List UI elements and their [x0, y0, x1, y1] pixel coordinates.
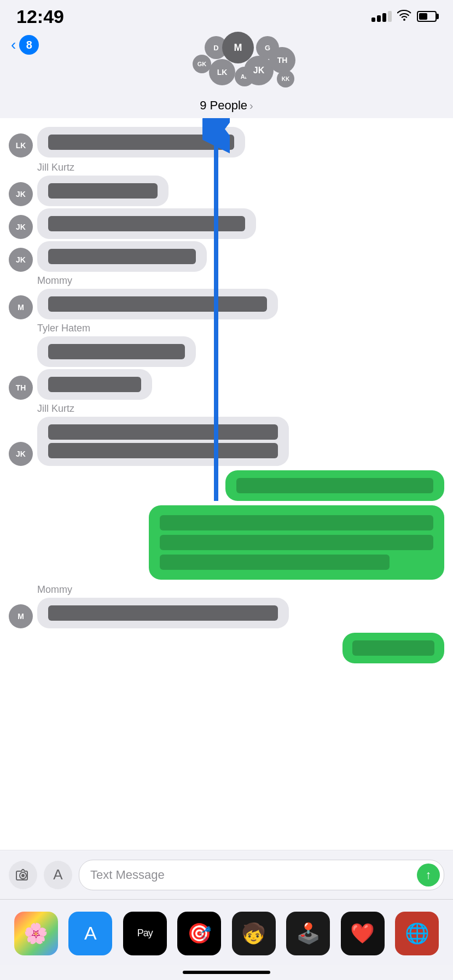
sender-label: Mommy — [37, 275, 444, 287]
bubble — [37, 241, 207, 272]
dock-memoji[interactable]: 🧒 — [232, 912, 276, 955]
status-time: 12:49 — [16, 6, 64, 27]
bubble-outgoing — [225, 470, 444, 501]
camera-button[interactable] — [9, 861, 37, 889]
avatar-KK: KK — [277, 70, 294, 88]
bubble — [37, 336, 196, 367]
avatar-TH: TH — [269, 47, 295, 73]
avatar: JK — [9, 442, 33, 466]
people-chevron-icon: › — [249, 100, 253, 112]
send-icon: ↑ — [426, 869, 432, 881]
wifi-icon — [397, 10, 411, 24]
appstore-button[interactable]: A — [44, 861, 72, 889]
back-button[interactable]: ‹ 8 — [11, 35, 39, 55]
dock: 🌸 A Pay 🎯 🧒 🕹️ ❤️ 🌐 — [0, 899, 453, 965]
bubble — [37, 208, 256, 239]
input-bar: A Text Message ↑ — [0, 850, 453, 899]
avatar-LK: LK — [209, 59, 235, 85]
message-row: M — [9, 289, 444, 319]
message-row-outgoing — [9, 633, 444, 663]
status-icons — [371, 10, 437, 24]
dock-appstore[interactable]: A — [68, 912, 112, 955]
bubble — [37, 176, 169, 206]
message-row — [9, 336, 444, 367]
send-button[interactable]: ↑ — [417, 864, 440, 886]
sender-label: Jill Kurtz — [37, 162, 444, 173]
message-row: JK — [9, 417, 444, 466]
message-row: JK — [9, 176, 444, 206]
message-row: M — [9, 598, 444, 628]
bubble — [37, 417, 289, 466]
status-bar: 12:49 — [0, 0, 453, 30]
sender-label: Mommy — [37, 584, 444, 596]
message-row: LK — [9, 127, 444, 158]
avatar: JK — [9, 215, 33, 239]
home-indicator — [0, 965, 453, 980]
signal-icon — [371, 11, 392, 22]
conversation-header: ‹ 8 D M G GK LK AL JK TH KK 9 People › — [0, 30, 453, 118]
dock-heart[interactable]: ❤️ — [341, 912, 385, 955]
avatar: JK — [9, 248, 33, 272]
sender-label: Jill Kurtz — [37, 403, 444, 415]
message-row-outgoing — [9, 505, 444, 580]
back-badge: 8 — [19, 35, 39, 55]
message-row: JK — [9, 241, 444, 272]
svg-point-3 — [21, 874, 25, 877]
avatar: M — [9, 604, 33, 628]
dock-photos[interactable]: 🌸 — [14, 912, 58, 955]
avatar-GK: GK — [193, 55, 211, 73]
avatar: LK — [9, 133, 33, 158]
message-input-wrapper[interactable]: Text Message ↑ — [79, 860, 444, 890]
avatar-cluster: D M G GK LK AL JK TH KK — [161, 32, 292, 97]
bubble-outgoing — [342, 633, 444, 663]
message-row: JK — [9, 208, 444, 239]
dock-game[interactable]: 🕹️ — [286, 912, 330, 955]
message-input[interactable]: Text Message — [79, 860, 444, 890]
dock-globe[interactable]: 🌐 — [395, 912, 439, 955]
messages-container[interactable]: LK Jill Kurtz JK JK JK Mommy M Tyler H — [0, 118, 453, 873]
bubble — [37, 127, 245, 158]
avatar: JK — [9, 182, 33, 206]
message-row-outgoing — [9, 470, 444, 501]
sender-label: Tyler Hatem — [37, 323, 444, 334]
people-label[interactable]: 9 People › — [200, 98, 253, 113]
avatar: TH — [9, 376, 33, 400]
dock-activity[interactable]: 🎯 — [177, 912, 221, 955]
dock-applepay[interactable]: Pay — [123, 912, 167, 955]
battery-icon — [417, 11, 437, 22]
bubble — [37, 369, 152, 400]
message-row: TH — [9, 369, 444, 400]
bubble-outgoing — [149, 505, 444, 580]
home-bar — [183, 971, 270, 974]
bubble — [37, 289, 278, 319]
bubble — [37, 598, 289, 628]
avatar: M — [9, 295, 33, 319]
back-chevron-icon: ‹ — [11, 36, 16, 54]
